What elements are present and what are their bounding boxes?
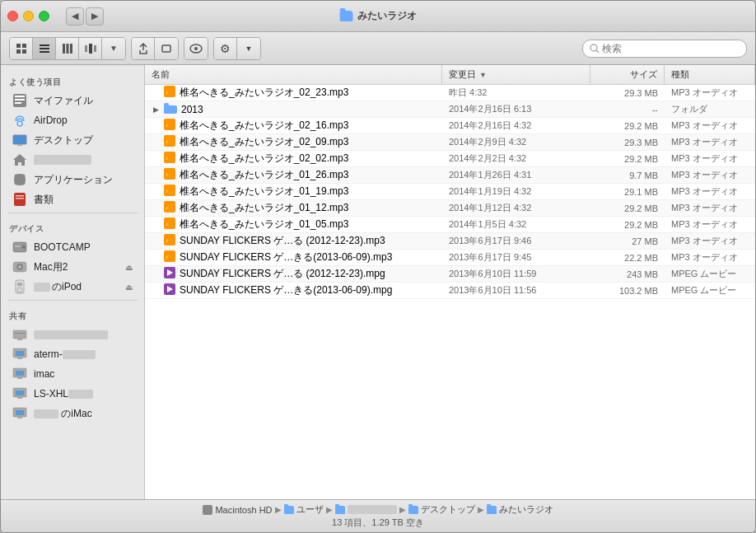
finder-window: ◀ ▶ みたいラジオ bbox=[0, 0, 756, 533]
sidebar-item-aterm[interactable]: aterm- bbox=[4, 344, 141, 364]
close-button[interactable] bbox=[7, 11, 18, 21]
file-row[interactable]: ♪ 椎名へきる_みたいラジオ_02_23.mp3昨日 4:3229.3 MBMP… bbox=[145, 85, 755, 101]
mp3-file-icon: ♪ bbox=[164, 86, 175, 100]
sidebar-item-bootcamp[interactable]: BOOTCAMP bbox=[4, 237, 141, 257]
svg-text:♪: ♪ bbox=[166, 221, 169, 227]
view-list-button[interactable] bbox=[33, 38, 56, 59]
sidebar-item-airdrop[interactable]: AirDrop bbox=[4, 110, 141, 130]
search-box[interactable] bbox=[582, 40, 747, 58]
file-date-cell: 2014年2月9日 4:32 bbox=[442, 136, 590, 148]
breadcrumb-username bbox=[335, 505, 397, 514]
file-date-cell: 2013年6月17日 9:46 bbox=[442, 235, 590, 247]
file-row[interactable]: ♪ 椎名へきる_みたいラジオ_01_05.mp32014年1月5日 4:3229… bbox=[145, 217, 755, 233]
file-row[interactable]: ♪ 椎名へきる_みたいラジオ_02_02.mp32014年2月2日 4:3229… bbox=[145, 151, 755, 167]
mp3-file-icon: ♪ bbox=[164, 217, 175, 231]
file-name-cell: ♪ 椎名へきる_みたいラジオ_01_12.mp3 bbox=[145, 201, 442, 215]
svg-rect-28 bbox=[16, 198, 24, 199]
sidebar-item-desktop[interactable]: デスクトップ bbox=[4, 130, 141, 150]
column-headers: 名前 変更日 ▼ サイズ 種類 bbox=[145, 65, 755, 85]
svg-rect-48 bbox=[17, 397, 22, 399]
col-date-label: 変更日 bbox=[449, 68, 476, 81]
share-icon bbox=[138, 43, 149, 54]
file-row[interactable]: ♪ 椎名へきる_みたいラジオ_02_16.mp32014年2月16日 4:322… bbox=[145, 118, 755, 134]
svg-rect-10 bbox=[85, 45, 87, 52]
back-button[interactable]: ◀ bbox=[66, 7, 84, 26]
mac2-eject-button[interactable]: ⏏ bbox=[125, 263, 133, 272]
gear-dropdown-button[interactable]: ▼ bbox=[237, 38, 260, 59]
ipod-eject-button[interactable]: ⏏ bbox=[125, 283, 133, 292]
sidebar-item-apps[interactable]: アプリケーション bbox=[4, 170, 141, 189]
mac2-disk-icon bbox=[12, 259, 27, 274]
svg-rect-39 bbox=[17, 339, 22, 340]
file-row[interactable]: SUNDAY FLICKERS ゲ…きる(2013-06-09).mpg2013… bbox=[145, 283, 755, 299]
svg-line-17 bbox=[596, 50, 599, 53]
file-row[interactable]: ♪ 椎名へきる_みたいラジオ_01_26.mp32014年1月26日 4:319… bbox=[145, 167, 755, 184]
sidebar-label-airdrop: AirDrop bbox=[34, 115, 68, 126]
file-date-cell: 昨日 4:32 bbox=[442, 86, 590, 99]
sidebar-item-imac2[interactable]: のiMac bbox=[4, 404, 141, 423]
view-cover-button[interactable] bbox=[79, 38, 102, 59]
file-name-cell: ♪ 椎名へきる_みたいラジオ_01_05.mp3 bbox=[145, 217, 442, 231]
file-row[interactable]: ♪ 椎名へきる_みたいラジオ_01_19.mp32014年1月19日 4:322… bbox=[145, 184, 755, 200]
col-header-name[interactable]: 名前 bbox=[145, 65, 442, 84]
file-kind-cell: MP3 オーディオ bbox=[665, 218, 755, 231]
minimize-button[interactable] bbox=[23, 11, 34, 21]
file-row[interactable]: ▶ 20132014年2月16日 6:13--フォルダ bbox=[145, 101, 755, 118]
svg-rect-20 bbox=[15, 99, 25, 101]
sidebar-item-home[interactable] bbox=[4, 150, 141, 170]
disclosure-triangle-icon[interactable]: ▶ bbox=[152, 105, 160, 114]
share-button[interactable] bbox=[132, 38, 155, 59]
breadcrumb-sep-4: ▶ bbox=[478, 505, 484, 514]
eye-button[interactable] bbox=[184, 38, 208, 59]
forward-button[interactable]: ▶ bbox=[86, 7, 104, 26]
col-header-size[interactable]: サイズ bbox=[590, 65, 665, 84]
sidebar-item-books[interactable]: 書類 bbox=[4, 189, 141, 209]
view-column-button[interactable] bbox=[56, 38, 79, 59]
breadcrumb-folder-icon-2 bbox=[335, 506, 345, 514]
view-more-button[interactable]: ▼ bbox=[102, 38, 125, 59]
sidebar-label-myfiles: マイファイル bbox=[34, 94, 93, 108]
gear-button[interactable]: ⚙ bbox=[214, 38, 237, 59]
file-date-cell: 2013年6月10日 11:56 bbox=[442, 284, 590, 297]
sidebar-item-network1[interactable] bbox=[4, 325, 141, 344]
mp3-file-icon: ♪ bbox=[164, 234, 175, 248]
svg-point-15 bbox=[194, 47, 198, 50]
eye-group bbox=[184, 37, 208, 60]
mp3-file-icon: ♪ bbox=[164, 135, 175, 149]
file-row[interactable]: SUNDAY FLICKERS ゲ…る (2012-12-23).mpg2013… bbox=[145, 266, 755, 283]
view-icon-button[interactable] bbox=[10, 38, 33, 59]
file-area: 名前 変更日 ▼ サイズ 種類 ♪ 椎名へきる_みたいラジオ_02_23.mp3… bbox=[145, 65, 755, 499]
folder-file-icon bbox=[164, 103, 177, 116]
breadcrumb-folder-icon-1 bbox=[284, 506, 294, 514]
file-size-cell: 29.2 MB bbox=[590, 154, 665, 164]
sidebar-item-ipod[interactable]: のiPod ⏏ bbox=[4, 277, 141, 297]
search-input[interactable] bbox=[602, 43, 740, 54]
file-row[interactable]: ♪ SUNDAY FLICKERS ゲ…きる(2013-06-09).mp320… bbox=[145, 250, 755, 266]
sidebar-label-desktop: デスクトップ bbox=[34, 133, 93, 147]
sidebar-item-imac[interactable]: imac bbox=[4, 364, 141, 384]
sidebar: よく使う項目 マイファイル bbox=[1, 65, 145, 499]
sidebar-item-myfiles[interactable]: マイファイル bbox=[4, 91, 141, 110]
file-name-cell: SUNDAY FLICKERS ゲ…きる(2013-06-09).mpg bbox=[145, 283, 442, 297]
sidebar-label-mac2: Mac用2 bbox=[34, 260, 68, 274]
sidebar-item-lsxhl[interactable]: LS-XHL bbox=[4, 384, 141, 404]
tag-button[interactable] bbox=[155, 38, 178, 59]
file-date-cell: 2014年1月19日 4:32 bbox=[442, 185, 590, 198]
sidebar-label-imac2: のiMac bbox=[34, 407, 92, 421]
maximize-button[interactable] bbox=[39, 11, 49, 21]
file-date-cell: 2014年2月2日 4:32 bbox=[442, 152, 590, 165]
sidebar-item-mac2[interactable]: Mac用2 ⏏ bbox=[4, 257, 141, 277]
file-name-text: 椎名へきる_みたいラジオ_02_09.mp3 bbox=[180, 135, 348, 149]
file-row[interactable]: ♪ 椎名へきる_みたいラジオ_02_09.mp32014年2月9日 4:3229… bbox=[145, 134, 755, 151]
file-date-cell: 2014年2月16日 6:13 bbox=[442, 103, 590, 115]
file-row[interactable]: ♪ SUNDAY FLICKERS ゲ…る (2012-12-23).mp320… bbox=[145, 233, 755, 250]
svg-marker-25 bbox=[13, 154, 26, 166]
books-icon bbox=[12, 192, 27, 207]
breadcrumb-desktop: デスクトップ bbox=[408, 503, 475, 516]
file-row[interactable]: ♪ 椎名へきる_みたいラジオ_01_12.mp32014年1月12日 4:322… bbox=[145, 200, 755, 217]
file-name-text: 椎名へきる_みたいラジオ_01_05.mp3 bbox=[180, 217, 348, 231]
col-header-date[interactable]: 変更日 ▼ bbox=[442, 65, 590, 84]
col-header-kind[interactable]: 種類 bbox=[665, 65, 755, 84]
svg-text:♪: ♪ bbox=[166, 122, 169, 128]
svg-rect-40 bbox=[15, 333, 25, 334]
